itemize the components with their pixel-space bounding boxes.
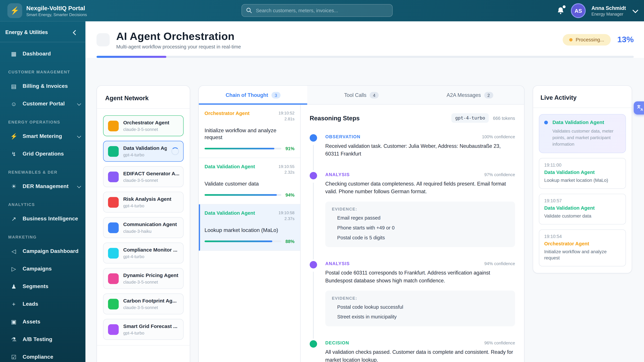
chain-agent-name: Orchestrator Agent bbox=[204, 110, 250, 116]
live-activity-panel: Live Activity Data Validation Agent Vali… bbox=[533, 85, 632, 273]
chain-item[interactable]: Data Validation Agent 19:10:55 2.32s Val… bbox=[199, 158, 300, 204]
evidence-list: Email regex passed Phone starts with +49… bbox=[332, 215, 508, 241]
plug-icon: ↯ bbox=[10, 150, 17, 157]
user-menu-chevron-icon[interactable] bbox=[632, 7, 638, 13]
agent-model: claude-3-5-sonnet bbox=[123, 280, 178, 284]
status-text: Processing... bbox=[576, 37, 604, 42]
activity-event-card[interactable]: 19:10:54 Orchestrator Agent Initialize w… bbox=[539, 229, 626, 266]
agent-card[interactable]: Carbon Footprint Ag... claude-3-5-sonnet bbox=[103, 294, 184, 314]
sidebar-row[interactable]: ⚗ A/B Testing bbox=[0, 330, 85, 348]
sidebar-row[interactable]: ☀ DER Management bbox=[0, 177, 85, 195]
sidebar: Energy & Utilities ▦ Dashboard CUSTOMER … bbox=[0, 21, 85, 362]
chain-item[interactable]: Data Validation Agent 19:10:58 2.37s Loo… bbox=[199, 204, 300, 251]
search-input[interactable] bbox=[242, 4, 392, 17]
agent-card[interactable]: Compliance Monitor ... gpt-4-turbo bbox=[103, 243, 184, 264]
agent-color-swatch bbox=[108, 248, 119, 258]
sidebar-row[interactable]: ☑ Compliance bbox=[0, 348, 85, 362]
tab-label: Tool Calls bbox=[344, 92, 366, 98]
step-confidence: 96% confidence bbox=[484, 340, 515, 345]
sidebar-row-label: Campaign Dashboard bbox=[23, 248, 78, 254]
agent-card[interactable]: Data Validation Ag... gpt-4-turbo bbox=[103, 141, 184, 162]
agent-name: Data Validation Ag... bbox=[123, 145, 167, 151]
step-type-dot bbox=[310, 134, 317, 142]
chain-progress-bar bbox=[204, 241, 282, 242]
sidebar-row[interactable]: ♟ Segments bbox=[0, 278, 85, 295]
agent-model: claude-3-5-sonnet bbox=[123, 178, 179, 183]
reasoning-steps-section: Reasoning Steps gpt-4-turbo 666 tokens bbox=[301, 105, 524, 362]
brand-title: Nexgile-VoltIQ Portal bbox=[26, 4, 87, 12]
agent-name: Communication Agent bbox=[123, 222, 177, 228]
tab-chain-of-thought[interactable]: Chain of Thought 3 bbox=[199, 86, 307, 104]
tab-count-badge: 2 bbox=[484, 92, 493, 98]
sidebar-row-label: Assets bbox=[23, 319, 40, 325]
image-icon: ▣ bbox=[10, 318, 17, 325]
event-agent: Data Validation Agent bbox=[544, 169, 621, 175]
sidebar-row[interactable]: ▦ Dashboard bbox=[0, 45, 85, 62]
current-agent-card[interactable]: Data Validation Agent Validates customer… bbox=[539, 114, 626, 153]
flask-icon: ⚗ bbox=[10, 336, 17, 343]
reasoning-step: ANALYSIS 94% confidence Postal code 6031… bbox=[310, 261, 515, 326]
agent-card[interactable]: Smart Grid Forecast ... gpt-4-turbo bbox=[103, 319, 184, 340]
sidebar-row-label: Smart Metering bbox=[23, 133, 62, 139]
step-confidence: 94% confidence bbox=[484, 261, 515, 266]
sidebar-row: MARKETING bbox=[0, 227, 85, 242]
page-subtitle: Multi-agent workflow processing your req… bbox=[116, 44, 241, 49]
sidebar-row[interactable]: ↯ Grid Operations bbox=[0, 145, 85, 162]
tab-tool-calls[interactable]: Tool Calls 4 bbox=[307, 86, 416, 104]
send-icon: ▷ bbox=[10, 265, 17, 272]
agent-card[interactable]: EDIFACT Generator A... claude-3-5-sonnet bbox=[103, 166, 184, 187]
translate-button[interactable]: A bbox=[634, 101, 644, 114]
evidence-box: EVIDENCE: Postal code lookup successful … bbox=[325, 291, 515, 326]
user-icon: ☺ bbox=[10, 100, 17, 107]
chain-duration: 2.81s bbox=[284, 117, 294, 121]
agent-name: EDIFACT Generator A... bbox=[123, 171, 179, 177]
sidebar-row[interactable]: + Leads bbox=[0, 295, 85, 313]
sidebar-row-label: Grid Operations bbox=[23, 151, 64, 157]
chain-item[interactable]: Orchestrator Agent 19:10:52 2.81s Initia… bbox=[199, 105, 300, 158]
solar-panel-icon: ☀ bbox=[10, 183, 17, 189]
workspace-label: Energy & Utilities bbox=[5, 29, 48, 35]
lightning-logo-icon: ⚡ bbox=[8, 3, 22, 18]
chain-duration: 2.37s bbox=[284, 216, 294, 221]
agent-card[interactable]: Dynamic Pricing Agent claude-3-5-sonnet bbox=[103, 268, 184, 289]
chain-timestamp: 19:10:58 bbox=[278, 211, 294, 215]
status-dot bbox=[569, 38, 572, 41]
sidebar-row[interactable]: ☺ Customer Portal bbox=[0, 95, 85, 112]
page-title-icon bbox=[96, 33, 110, 46]
notification-bell-icon[interactable] bbox=[556, 6, 565, 15]
activity-event-card[interactable]: 19:11:00 Data Validation Agent Lookup ma… bbox=[539, 158, 626, 189]
sidebar-row[interactable]: ⚡ Smart Metering bbox=[0, 127, 85, 145]
step-text: Checking customer data completeness. All… bbox=[325, 180, 515, 196]
evidence-label: EVIDENCE: bbox=[332, 296, 508, 301]
sidebar-row-label: DER Management bbox=[23, 183, 68, 189]
sidebar-row[interactable]: ▣ Assets bbox=[0, 313, 85, 330]
sidebar-collapse-button[interactable] bbox=[70, 28, 80, 37]
chain-timestamp: 19:10:55 bbox=[278, 164, 294, 169]
sidebar-row: ANALYTICS bbox=[0, 195, 85, 210]
sidebar-row[interactable]: ▤ Billing & Invoices bbox=[0, 77, 85, 95]
activity-event-card[interactable]: 19:10:57 Data Validation Agent Validate … bbox=[539, 194, 626, 225]
chain-progress-fill bbox=[204, 148, 274, 149]
sidebar-row[interactable]: ▷ Campaigns bbox=[0, 260, 85, 277]
user-role: Energy Manager bbox=[591, 11, 626, 16]
step-type-label: ANALYSIS bbox=[325, 261, 350, 266]
event-time: 19:11:00 bbox=[544, 163, 621, 167]
reasoning-step-list: OBSERVATION 100% confidence Received val… bbox=[310, 134, 515, 362]
sidebar-row-label: MARKETING bbox=[8, 235, 37, 239]
evidence-item: Phone starts with +49 or 0 bbox=[332, 225, 508, 231]
sidebar-row-label: Billing & Invoices bbox=[23, 83, 68, 89]
agent-card[interactable]: Risk Analysis Agent gpt-4-turbo bbox=[103, 192, 184, 213]
sidebar-row[interactable]: ↗ Business Intelligence bbox=[0, 210, 85, 227]
chain-agent-name: Data Validation Agent bbox=[204, 164, 255, 169]
agent-card[interactable]: Orchestrator Agent claude-3-5-sonnet bbox=[103, 115, 184, 136]
sidebar-row[interactable]: ◁ Campaign Dashboard bbox=[0, 242, 85, 260]
agent-card[interactable]: Communication Agent claude-3-haiku bbox=[103, 217, 184, 238]
event-time: 19:10:57 bbox=[544, 198, 621, 203]
tab-a2a-messages[interactable]: A2A Messages 2 bbox=[416, 86, 524, 104]
agent-name: Risk Analysis Agent bbox=[123, 196, 172, 202]
agent-color-swatch bbox=[108, 171, 119, 182]
chain-duration: 2.32s bbox=[284, 170, 294, 174]
user-avatar[interactable]: AS bbox=[571, 3, 586, 18]
agent-name: Compliance Monitor ... bbox=[123, 247, 178, 253]
chevron-down-icon bbox=[78, 185, 80, 188]
